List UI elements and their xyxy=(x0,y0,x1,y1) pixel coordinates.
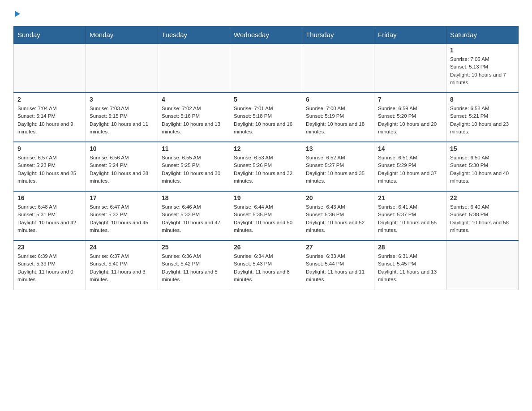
day-number: 14 xyxy=(378,145,442,152)
day-info: Sunrise: 7:02 AM Sunset: 5:16 PM Dayligh… xyxy=(162,105,226,136)
logo-triangle-icon xyxy=(15,11,20,17)
calendar-cell: 12Sunrise: 6:53 AM Sunset: 5:26 PM Dayli… xyxy=(230,142,302,191)
logo xyxy=(13,9,20,17)
calendar-cell: 8Sunrise: 6:58 AM Sunset: 5:21 PM Daylig… xyxy=(446,93,519,142)
calendar-cell: 11Sunrise: 6:55 AM Sunset: 5:25 PM Dayli… xyxy=(158,142,230,191)
calendar-cell xyxy=(446,240,519,290)
day-info: Sunrise: 6:33 AM Sunset: 5:44 PM Dayligh… xyxy=(306,253,370,283)
day-info: Sunrise: 6:48 AM Sunset: 5:31 PM Dayligh… xyxy=(17,203,82,234)
calendar-cell xyxy=(86,43,158,93)
calendar-cell: 7Sunrise: 6:59 AM Sunset: 5:20 PM Daylig… xyxy=(374,93,446,142)
day-number: 4 xyxy=(162,96,226,103)
day-info: Sunrise: 6:55 AM Sunset: 5:25 PM Dayligh… xyxy=(162,154,226,185)
day-info: Sunrise: 7:05 AM Sunset: 5:13 PM Dayligh… xyxy=(450,56,515,86)
day-info: Sunrise: 6:51 AM Sunset: 5:29 PM Dayligh… xyxy=(378,154,442,185)
day-info: Sunrise: 7:00 AM Sunset: 5:19 PM Dayligh… xyxy=(306,105,370,136)
day-info: Sunrise: 6:52 AM Sunset: 5:27 PM Dayligh… xyxy=(306,154,370,185)
day-info: Sunrise: 6:36 AM Sunset: 5:42 PM Dayligh… xyxy=(162,253,226,283)
week-row-5: 23Sunrise: 6:39 AM Sunset: 5:39 PM Dayli… xyxy=(14,240,519,290)
day-number: 27 xyxy=(306,244,370,251)
day-info: Sunrise: 7:01 AM Sunset: 5:18 PM Dayligh… xyxy=(234,105,298,136)
day-number: 2 xyxy=(17,96,82,103)
day-info: Sunrise: 6:56 AM Sunset: 5:24 PM Dayligh… xyxy=(90,154,154,185)
calendar-cell: 24Sunrise: 6:37 AM Sunset: 5:40 PM Dayli… xyxy=(86,240,158,290)
week-row-3: 9Sunrise: 6:57 AM Sunset: 5:23 PM Daylig… xyxy=(14,142,519,191)
day-number: 17 xyxy=(90,194,154,201)
calendar-table: SundayMondayTuesdayWednesdayThursdayFrid… xyxy=(13,26,519,290)
day-number: 8 xyxy=(450,96,515,103)
day-number: 18 xyxy=(162,194,226,201)
day-number: 23 xyxy=(17,244,82,251)
day-number: 22 xyxy=(450,194,515,201)
weekday-header-monday: Monday xyxy=(86,26,158,44)
day-info: Sunrise: 6:39 AM Sunset: 5:39 PM Dayligh… xyxy=(17,253,82,283)
weekday-header-sunday: Sunday xyxy=(14,26,86,44)
day-number: 19 xyxy=(234,194,298,201)
day-info: Sunrise: 6:58 AM Sunset: 5:21 PM Dayligh… xyxy=(450,105,515,136)
day-info: Sunrise: 7:03 AM Sunset: 5:15 PM Dayligh… xyxy=(90,105,154,136)
calendar-cell xyxy=(230,43,302,93)
calendar-cell: 19Sunrise: 6:44 AM Sunset: 5:35 PM Dayli… xyxy=(230,191,302,240)
page-header xyxy=(13,9,519,17)
day-info: Sunrise: 6:47 AM Sunset: 5:32 PM Dayligh… xyxy=(90,203,154,234)
calendar-cell xyxy=(158,43,230,93)
weekday-header-tuesday: Tuesday xyxy=(158,26,230,44)
calendar-cell: 23Sunrise: 6:39 AM Sunset: 5:39 PM Dayli… xyxy=(14,240,86,290)
calendar-cell: 28Sunrise: 6:31 AM Sunset: 5:45 PM Dayli… xyxy=(374,240,446,290)
day-number: 6 xyxy=(306,96,370,103)
calendar-cell xyxy=(302,43,374,93)
day-number: 13 xyxy=(306,145,370,152)
day-number: 16 xyxy=(17,194,82,201)
day-info: Sunrise: 6:53 AM Sunset: 5:26 PM Dayligh… xyxy=(234,154,298,185)
day-info: Sunrise: 6:46 AM Sunset: 5:33 PM Dayligh… xyxy=(162,203,226,234)
day-number: 10 xyxy=(90,145,154,152)
day-number: 9 xyxy=(17,145,82,152)
weekday-header-friday: Friday xyxy=(374,26,446,44)
day-info: Sunrise: 6:37 AM Sunset: 5:40 PM Dayligh… xyxy=(90,253,154,283)
day-info: Sunrise: 6:40 AM Sunset: 5:38 PM Dayligh… xyxy=(450,203,515,234)
day-info: Sunrise: 6:44 AM Sunset: 5:35 PM Dayligh… xyxy=(234,203,298,234)
calendar-cell: 3Sunrise: 7:03 AM Sunset: 5:15 PM Daylig… xyxy=(86,93,158,142)
calendar-cell: 14Sunrise: 6:51 AM Sunset: 5:29 PM Dayli… xyxy=(374,142,446,191)
calendar-cell xyxy=(14,43,86,93)
day-info: Sunrise: 6:34 AM Sunset: 5:43 PM Dayligh… xyxy=(234,253,298,283)
calendar-cell: 25Sunrise: 6:36 AM Sunset: 5:42 PM Dayli… xyxy=(158,240,230,290)
day-number: 11 xyxy=(162,145,226,152)
calendar-cell: 15Sunrise: 6:50 AM Sunset: 5:30 PM Dayli… xyxy=(446,142,519,191)
calendar-cell: 27Sunrise: 6:33 AM Sunset: 5:44 PM Dayli… xyxy=(302,240,374,290)
calendar-cell: 2Sunrise: 7:04 AM Sunset: 5:14 PM Daylig… xyxy=(14,93,86,142)
day-number: 21 xyxy=(378,194,442,201)
weekday-header-row: SundayMondayTuesdayWednesdayThursdayFrid… xyxy=(14,26,519,44)
day-info: Sunrise: 6:57 AM Sunset: 5:23 PM Dayligh… xyxy=(17,154,82,185)
day-number: 26 xyxy=(234,244,298,251)
week-row-2: 2Sunrise: 7:04 AM Sunset: 5:14 PM Daylig… xyxy=(14,93,519,142)
calendar-cell: 6Sunrise: 7:00 AM Sunset: 5:19 PM Daylig… xyxy=(302,93,374,142)
calendar-cell: 10Sunrise: 6:56 AM Sunset: 5:24 PM Dayli… xyxy=(86,142,158,191)
day-number: 12 xyxy=(234,145,298,152)
day-info: Sunrise: 6:31 AM Sunset: 5:45 PM Dayligh… xyxy=(378,253,442,283)
calendar-cell: 5Sunrise: 7:01 AM Sunset: 5:18 PM Daylig… xyxy=(230,93,302,142)
day-number: 3 xyxy=(90,96,154,103)
calendar-cell: 20Sunrise: 6:43 AM Sunset: 5:36 PM Dayli… xyxy=(302,191,374,240)
day-info: Sunrise: 7:04 AM Sunset: 5:14 PM Dayligh… xyxy=(17,105,82,136)
day-number: 25 xyxy=(162,244,226,251)
calendar-cell: 13Sunrise: 6:52 AM Sunset: 5:27 PM Dayli… xyxy=(302,142,374,191)
calendar-cell: 1Sunrise: 7:05 AM Sunset: 5:13 PM Daylig… xyxy=(446,43,519,93)
day-info: Sunrise: 6:50 AM Sunset: 5:30 PM Dayligh… xyxy=(450,154,515,185)
week-row-1: 1Sunrise: 7:05 AM Sunset: 5:13 PM Daylig… xyxy=(14,43,519,93)
weekday-header-wednesday: Wednesday xyxy=(230,26,302,44)
calendar-cell: 17Sunrise: 6:47 AM Sunset: 5:32 PM Dayli… xyxy=(86,191,158,240)
day-info: Sunrise: 6:59 AM Sunset: 5:20 PM Dayligh… xyxy=(378,105,442,136)
calendar-cell: 18Sunrise: 6:46 AM Sunset: 5:33 PM Dayli… xyxy=(158,191,230,240)
weekday-header-thursday: Thursday xyxy=(302,26,374,44)
calendar-cell xyxy=(374,43,446,93)
calendar-cell: 26Sunrise: 6:34 AM Sunset: 5:43 PM Dayli… xyxy=(230,240,302,290)
day-number: 1 xyxy=(450,47,515,54)
weekday-header-saturday: Saturday xyxy=(446,26,519,44)
calendar-cell: 9Sunrise: 6:57 AM Sunset: 5:23 PM Daylig… xyxy=(14,142,86,191)
day-number: 5 xyxy=(234,96,298,103)
calendar-cell: 4Sunrise: 7:02 AM Sunset: 5:16 PM Daylig… xyxy=(158,93,230,142)
day-info: Sunrise: 6:41 AM Sunset: 5:37 PM Dayligh… xyxy=(378,203,442,234)
day-number: 24 xyxy=(90,244,154,251)
day-info: Sunrise: 6:43 AM Sunset: 5:36 PM Dayligh… xyxy=(306,203,370,234)
